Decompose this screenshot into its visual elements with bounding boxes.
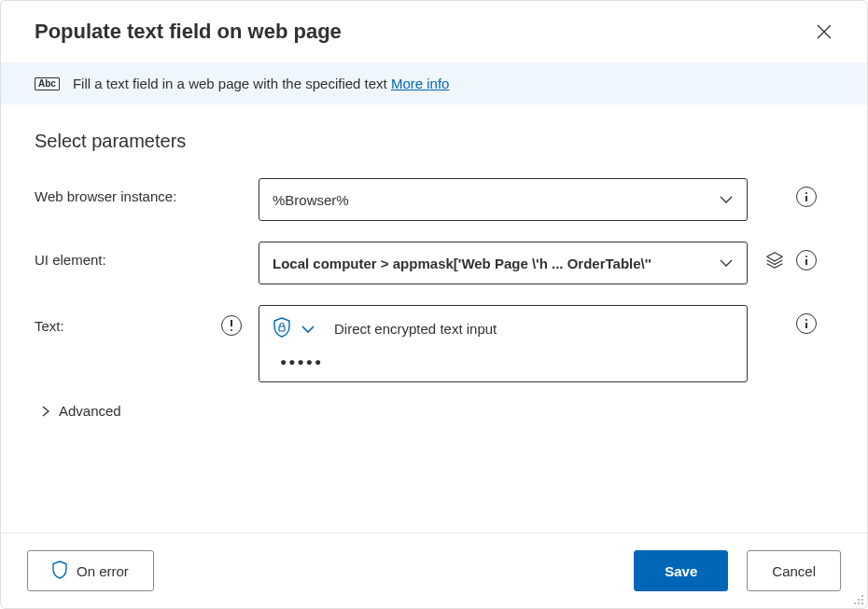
svg-point-5: [231, 329, 232, 331]
svg-point-13: [858, 602, 860, 604]
dialog-footer: On error Save Cancel: [1, 533, 867, 608]
svg-rect-6: [279, 326, 285, 331]
on-error-label: On error: [77, 563, 129, 579]
svg-rect-8: [805, 323, 807, 328]
lock-shield-icon: [273, 317, 291, 340]
text-field-icon: Abc: [35, 77, 60, 90]
info-icon[interactable]: [796, 187, 817, 207]
svg-point-10: [858, 599, 860, 601]
resize-handle[interactable]: [851, 592, 864, 605]
chevron-down-icon: [301, 322, 315, 337]
text-input-mode-label: Direct encrypted text input: [334, 321, 497, 337]
param-label-browser: Web browser instance:: [35, 178, 259, 204]
ui-element-value: Local computer > appmask['Web Page \'h .…: [273, 256, 651, 271]
param-row-ui-element: UI element: Local computer > appmask['We…: [35, 242, 833, 284]
shield-outline-icon: [52, 561, 67, 582]
param-label-ui-element: UI element:: [35, 242, 259, 268]
svg-point-7: [805, 319, 807, 321]
dialog-window: Populate text field on web page Abc Fill…: [0, 0, 868, 609]
param-label-text: Text:: [35, 305, 259, 336]
param-control-text: Direct encrypted text input ●●●●●: [259, 305, 748, 382]
svg-rect-3: [805, 259, 807, 265]
cancel-button[interactable]: Cancel: [747, 550, 841, 591]
more-info-link[interactable]: More info: [391, 76, 450, 91]
info-icon[interactable]: [796, 313, 817, 334]
param-control-browser: %Browser%: [259, 178, 748, 221]
param-control-ui-element: Local computer > appmask['Web Page \'h .…: [259, 242, 748, 284]
svg-point-2: [805, 256, 807, 257]
close-icon: [817, 24, 832, 39]
info-icon[interactable]: [796, 250, 817, 270]
ui-element-picker-button[interactable]: [764, 250, 785, 270]
ui-element-dropdown[interactable]: Local computer > appmask['Web Page \'h .…: [259, 242, 748, 284]
svg-rect-1: [805, 196, 807, 201]
warning-icon[interactable]: [221, 315, 242, 336]
on-error-button[interactable]: On error: [27, 550, 154, 591]
advanced-expander[interactable]: Advanced: [35, 403, 833, 419]
close-button[interactable]: [815, 22, 833, 41]
svg-point-9: [861, 595, 863, 597]
svg-rect-4: [231, 320, 232, 326]
dialog-header: Populate text field on web page: [1, 1, 867, 62]
param-extra-text: [748, 305, 817, 334]
info-bar-text: Fill a text field in a web page with the…: [73, 76, 450, 91]
encrypted-text-value[interactable]: ●●●●●: [273, 355, 734, 368]
browser-instance-dropdown[interactable]: %Browser%: [259, 178, 748, 221]
chevron-down-icon: [719, 256, 734, 270]
section-title: Select parameters: [35, 131, 833, 152]
param-row-browser: Web browser instance: %Browser%: [35, 178, 833, 221]
dialog-title: Populate text field on web page: [35, 20, 342, 44]
advanced-label: Advanced: [59, 403, 121, 419]
svg-point-11: [861, 599, 863, 601]
text-input-header: Direct encrypted text input: [273, 317, 734, 340]
save-button[interactable]: Save: [634, 550, 728, 591]
param-extra-ui-element: [748, 242, 817, 270]
footer-right: Save Cancel: [634, 550, 841, 591]
layers-icon: [764, 250, 785, 270]
svg-point-14: [861, 602, 863, 604]
param-row-text: Text: Direct encrypted text input: [35, 305, 833, 382]
text-mode-dropdown[interactable]: [301, 322, 315, 337]
chevron-down-icon: [719, 192, 734, 207]
param-extra-browser: [748, 178, 817, 207]
dialog-content: Select parameters Web browser instance: …: [1, 104, 867, 533]
info-bar: Abc Fill a text field in a web page with…: [1, 62, 867, 104]
browser-instance-value: %Browser%: [273, 192, 349, 208]
text-input-box[interactable]: Direct encrypted text input ●●●●●: [259, 305, 748, 382]
chevron-right-icon: [40, 406, 51, 417]
svg-point-0: [805, 192, 807, 194]
svg-point-12: [854, 602, 856, 604]
